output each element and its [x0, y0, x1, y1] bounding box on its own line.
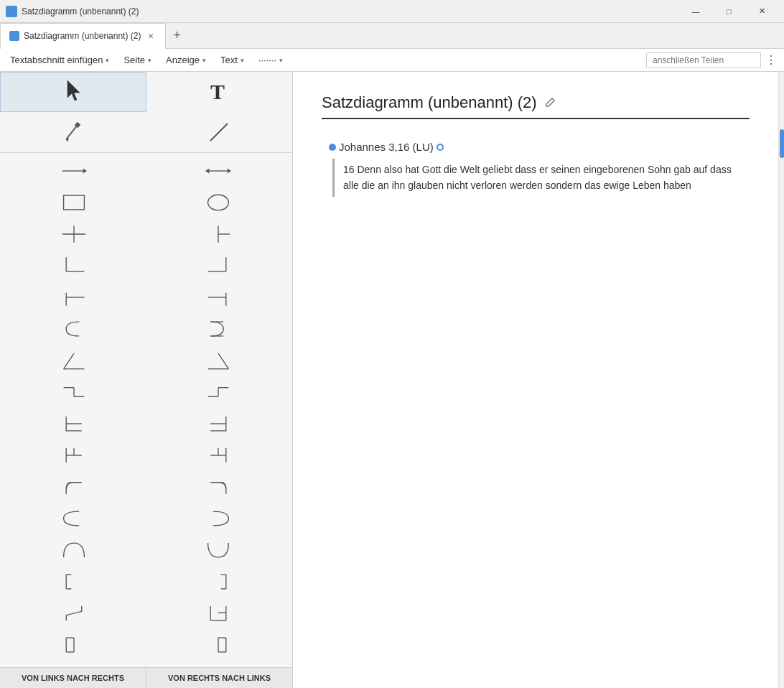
- symbol-step-left[interactable]: [3, 377, 146, 407]
- menu-page[interactable]: Seite ▾: [116, 52, 159, 68]
- app-icon: [6, 6, 17, 17]
- sidebar: T: [0, 72, 293, 688]
- menu-dots-arrow: ▾: [279, 57, 283, 64]
- symbol-sq-bracket-right[interactable]: [147, 567, 290, 597]
- symbol-fork-right[interactable]: [147, 440, 290, 470]
- symbol-t-up-left[interactable]: [3, 282, 146, 312]
- svg-marker-0: [67, 80, 80, 101]
- minimize-button[interactable]: —: [679, 0, 712, 23]
- symbol-bracket-right[interactable]: [147, 314, 290, 344]
- symbol-arc-top-right[interactable]: [147, 535, 290, 565]
- svg-line-29: [218, 353, 228, 369]
- symbol-grid: [0, 153, 292, 667]
- menu-view-arrow: ▾: [202, 57, 206, 64]
- content-area: Satzdiagramm (unbenannt) (2) Johannes 3,…: [293, 72, 784, 688]
- symbol-arrow-bidirectional[interactable]: [147, 156, 290, 186]
- symbol-bracket-left[interactable]: [3, 314, 146, 344]
- svg-point-12: [207, 195, 228, 210]
- tab-label: Satzdiagramm (unbenannt) (2): [24, 31, 141, 41]
- svg-line-2: [66, 125, 78, 139]
- symbol-angle-up[interactable]: [147, 661, 290, 667]
- symbol-fork-left[interactable]: [3, 440, 146, 470]
- new-tab-button[interactable]: +: [166, 23, 187, 49]
- scroll-thumb: [780, 129, 784, 158]
- svg-marker-7: [83, 168, 87, 173]
- edit-title-icon[interactable]: [544, 97, 556, 108]
- symbol-arc-right[interactable]: [147, 503, 290, 534]
- svg-line-27: [64, 353, 74, 369]
- symbol-double-bracket-left[interactable]: [3, 630, 146, 660]
- tab-icon: [9, 31, 19, 41]
- symbol-step-right[interactable]: [147, 377, 290, 407]
- symbol-angle-left[interactable]: [3, 345, 146, 376]
- close-button[interactable]: ✕: [745, 0, 778, 23]
- symbol-square[interactable]: [3, 187, 146, 218]
- sidebar-footer: VON LINKS NACH RECHTS VON RECHTS NACH LI…: [0, 667, 292, 688]
- tool-panel: T: [0, 72, 292, 153]
- menu-dots-menu[interactable]: ······· ▾: [251, 52, 290, 68]
- cursor-tool[interactable]: [0, 72, 146, 112]
- symbol-sq-bracket-left[interactable]: [3, 567, 146, 597]
- symbol-t-right[interactable]: [147, 219, 290, 249]
- menu-insert[interactable]: Textabschnitt einfügen ▾: [3, 52, 116, 68]
- main-layout: T: [0, 72, 784, 688]
- scripture-text: 16 Denn also hat Gott die Welt geliebt d…: [332, 159, 750, 197]
- tab-main[interactable]: Satzdiagramm (unbenannt) (2) ✕: [0, 23, 166, 49]
- menu-bar: Textabschnitt einfügen ▾ Seite ▾ Anzeige…: [0, 49, 784, 72]
- svg-marker-10: [227, 168, 230, 173]
- title-bar: Satzdiagramm (unbenannt) (2) — □ ✕: [0, 0, 784, 23]
- tab-bar: Satzdiagramm (unbenannt) (2) ✕ +: [0, 23, 784, 49]
- menu-insert-arrow: ▾: [106, 57, 109, 64]
- symbol-t-up-right[interactable]: [147, 282, 290, 312]
- more-options-button[interactable]: ⋮: [761, 50, 781, 70]
- symbol-bracket-t-right[interactable]: [147, 409, 290, 439]
- ref-text: Johannes 3,16 (LU): [336, 141, 437, 153]
- ref-dot-left: [329, 144, 336, 151]
- symbol-arc-left[interactable]: [3, 503, 146, 534]
- symbol-l-bottom-left[interactable]: [3, 251, 146, 281]
- menu-text-arrow: ▾: [241, 57, 244, 64]
- tab-close-button[interactable]: ✕: [145, 30, 157, 42]
- title-bar-title: Satzdiagramm (unbenannt) (2): [22, 6, 139, 17]
- svg-text:T: T: [210, 80, 225, 103]
- rtl-button[interactable]: VON RECHTS NACH LINKS: [146, 668, 292, 688]
- symbol-arrow-right[interactable]: [3, 156, 146, 186]
- symbol-l-bottom-right[interactable]: [147, 251, 290, 281]
- symbol-cross[interactable]: [3, 219, 146, 249]
- document-canvas: Satzdiagramm (unbenannt) (2) Johannes 3,…: [293, 72, 778, 688]
- ref-dot-right: [437, 144, 444, 151]
- symbol-ground-left[interactable]: [3, 661, 146, 667]
- symbol-arc-top-left[interactable]: [3, 535, 146, 565]
- symbol-curved-left[interactable]: [3, 472, 146, 502]
- ltr-button[interactable]: VON LINKS NACH RECHTS: [0, 668, 146, 688]
- svg-marker-9: [205, 168, 209, 173]
- pencil-tool[interactable]: [0, 112, 146, 152]
- symbol-curved-right[interactable]: [147, 472, 290, 502]
- symbol-circle[interactable]: [147, 187, 290, 218]
- symbol-double-bracket-right[interactable]: [147, 630, 290, 660]
- symbol-bracket-t-left[interactable]: [3, 409, 146, 439]
- symbol-s-shape[interactable]: [3, 598, 146, 628]
- line-tool[interactable]: [146, 112, 293, 152]
- menu-text[interactable]: Text ▾: [213, 52, 251, 68]
- document-title: Satzdiagramm (unbenannt) (2): [322, 93, 537, 112]
- scroll-bar[interactable]: [778, 72, 784, 688]
- scripture-block: Johannes 3,16 (LU) 16 Denn also hat Gott…: [329, 141, 750, 197]
- scripture-reference[interactable]: Johannes 3,16 (LU): [329, 141, 750, 153]
- symbol-angle-right[interactable]: [147, 345, 290, 376]
- text-tool[interactable]: T: [146, 72, 293, 112]
- document-title-row: Satzdiagramm (unbenannt) (2): [322, 93, 750, 119]
- menu-page-arrow: ▾: [148, 57, 151, 64]
- menu-view[interactable]: Anzeige ▾: [159, 52, 213, 68]
- maximize-button[interactable]: □: [712, 0, 745, 23]
- svg-line-5: [210, 124, 228, 141]
- svg-rect-11: [64, 195, 85, 210]
- window-controls: — □ ✕: [679, 0, 778, 23]
- search-input[interactable]: [646, 52, 761, 68]
- symbol-z-bracket[interactable]: [147, 598, 290, 628]
